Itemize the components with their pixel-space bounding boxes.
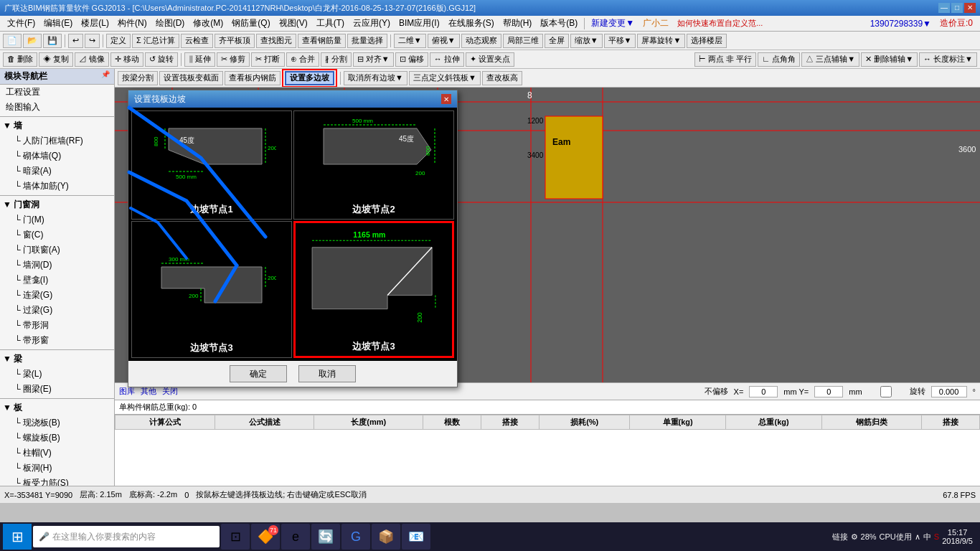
btn-split-beam[interactable]: 按梁分割 [118, 71, 158, 85]
sidebar-item-wall-hole[interactable]: └ 墙洞(D) [0, 258, 114, 273]
node-cell-4[interactable]: 1165 mm 200 边坡节点3 [293, 221, 454, 358]
sidebar-item-niche[interactable]: └ 壁龛(I) [0, 273, 114, 288]
menu-quick[interactable]: 如何快速布置自定义范... [673, 17, 767, 30]
sidebar-item-slab-hole[interactable]: └ 板洞(H) [0, 461, 114, 476]
sidebar-pin[interactable]: 📌 [101, 70, 110, 83]
btn-copy[interactable]: ◈ 复制 [39, 52, 73, 67]
btn-rotate[interactable]: ↺ 旋转 [145, 52, 178, 67]
search-bar[interactable]: 🎤 在这里输入你要搜索的内容 [33, 526, 220, 547]
btn-cloud-check[interactable]: 云检查 [181, 34, 213, 48]
btn-select-floor[interactable]: 选择楼层 [687, 34, 727, 48]
sidebar-item-window[interactable]: └ 窗(C) [0, 227, 114, 242]
start-button[interactable]: ⊞ [3, 524, 32, 550]
sidebar-item-ring-beam[interactable]: └ 圈梁(E) [0, 382, 114, 397]
btn-align-top[interactable]: 齐平板顶 [215, 34, 255, 48]
sidebar-item-door[interactable]: └ 门(M) [0, 212, 114, 227]
btn-save[interactable]: 💾 [43, 34, 62, 48]
btn-move[interactable]: ✛ 移动 [110, 52, 143, 67]
btn-stretch[interactable]: ↔ 拉伸 [430, 52, 464, 67]
menu-cloud[interactable]: 云应用(Y) [349, 16, 395, 31]
sidebar-item-wall-rebar[interactable]: └ 墙体加筋(Y) [0, 179, 114, 194]
menu-draw[interactable]: 绘图(D) [151, 16, 189, 31]
modal-close-btn[interactable]: ✕ [441, 94, 451, 104]
sidebar-item-slab-rebar[interactable]: └ 板受力筋(S) [0, 476, 114, 486]
btn-extend[interactable]: ‖ 延伸 [184, 52, 215, 67]
btn-define[interactable]: 定义 [106, 34, 131, 48]
menu-online[interactable]: 在线服务(S) [444, 16, 499, 31]
close-link[interactable]: 关闭 [162, 386, 178, 397]
sidebar-item-draw-input[interactable]: 绘图输入 [0, 100, 114, 115]
sidebar-item-masonry[interactable]: └ 砌体墙(Q) [0, 149, 114, 164]
menu-file[interactable]: 文件(F) [3, 16, 39, 31]
btn-cancel-slopes[interactable]: 取消所有边坡▼ [344, 71, 407, 85]
node-cell-1[interactable]: 45度 800 500 mm 200 边坡节点1 [131, 110, 292, 220]
btn-set-raft-section[interactable]: 设置筏板变截面 [159, 71, 223, 85]
btn-zoom[interactable]: 缩放▼ [570, 34, 603, 48]
btn-align[interactable]: ⊟ 对齐▼ [353, 52, 394, 67]
btn-change-height[interactable]: 查改板高 [482, 71, 522, 85]
taskbar-item-email[interactable]: 📧 [402, 524, 430, 550]
menu-component[interactable]: 构件(N) [113, 16, 151, 31]
taskbar-item-taskview[interactable]: ⊡ [221, 524, 250, 550]
menu-tools[interactable]: 工具(T) [312, 16, 349, 31]
btn-find[interactable]: 查找图元 [256, 34, 296, 48]
taskbar-item-app1[interactable]: 🔶 71 [251, 524, 280, 550]
btn-fullscreen[interactable]: 全屏 [545, 34, 569, 48]
sidebar-item-strip-window[interactable]: └ 带形窗 [0, 333, 114, 348]
btn-del-axis[interactable]: ✕ 删除辅轴▼ [861, 52, 918, 67]
menu-bim[interactable]: BIM应用(I) [395, 16, 444, 31]
btn-break[interactable]: ✂ 打断 [251, 52, 284, 67]
sidebar-item-column-cap[interactable]: └ 柱帽(V) [0, 446, 114, 461]
btn-three-point[interactable]: △ 三点辅轴▼ [801, 52, 859, 67]
btn-dim[interactable]: ↔ 长度标注▼ [919, 52, 977, 67]
sidebar-item-beam[interactable]: └ 梁(L) [0, 367, 114, 382]
btn-view-rebar[interactable]: 查看钢筋量 [298, 34, 346, 48]
btn-set-grip[interactable]: ✦ 设置夹点 [466, 52, 514, 67]
btn-set-multi-slope[interactable]: 设置多边坡 [285, 71, 334, 85]
btn-calc[interactable]: Σ 汇总计算 [132, 34, 179, 48]
btn-local-3d[interactable]: 局部三维 [503, 34, 543, 48]
btn-trim[interactable]: ✂ 修剪 [217, 52, 250, 67]
minimize-btn[interactable]: — [938, 3, 950, 13]
btn-pan[interactable]: 平移▼ [604, 34, 636, 48]
node-cell-2[interactable]: 45度 500 mm 800 200 边坡节点2 [293, 110, 454, 220]
x-input[interactable] [749, 386, 778, 397]
taskbar-item-app2[interactable]: 🔄 [311, 524, 340, 550]
btn-view-top[interactable]: 俯视▼ [428, 34, 460, 48]
btn-view-inner-rebar[interactable]: 查看板内钢筋 [225, 71, 281, 85]
btn-redo[interactable]: ↪ [85, 34, 100, 48]
menu-help[interactable]: 帮助(H) [499, 16, 537, 31]
menu-new-change[interactable]: 新建变更▼ [587, 16, 639, 31]
sidebar-item-connecting-beam[interactable]: └ 连梁(G) [0, 288, 114, 303]
modal-cancel-btn[interactable]: 取消 [298, 365, 356, 382]
maximize-btn[interactable]: □ [951, 3, 963, 13]
btn-point-angle[interactable]: ∟ 点角角 [758, 52, 800, 67]
sidebar-item-airdefense[interactable]: └ 人防门框墙(RF) [0, 133, 114, 149]
rotate-checkbox[interactable] [868, 386, 904, 397]
btn-split[interactable]: ∦ 分割 [321, 52, 352, 67]
menu-phone[interactable]: 13907298339▼ [866, 17, 936, 30]
y-input[interactable] [814, 386, 843, 397]
btn-undo[interactable]: ↩ [68, 34, 83, 48]
btn-new[interactable]: 📄 [3, 34, 22, 48]
rotate-input[interactable] [931, 386, 967, 397]
menu-price[interactable]: 造价豆:0 [936, 16, 977, 31]
menu-rebar[interactable]: 钢筋量(Q) [227, 16, 274, 31]
btn-screen-rotate[interactable]: 屏幕旋转▼ [637, 34, 685, 48]
btn-offset[interactable]: ⊡ 偏移 [395, 52, 428, 67]
taskbar-item-edge[interactable]: e [281, 524, 310, 550]
sidebar-item-strip-hole[interactable]: └ 带形洞 [0, 318, 114, 333]
btn-merge[interactable]: ⊕ 合并 [286, 52, 319, 67]
menu-edit[interactable]: 编辑(E) [39, 16, 77, 31]
btn-mirror[interactable]: ⊿ 镜像 [75, 52, 109, 67]
close-btn[interactable]: ✕ [964, 3, 976, 13]
sidebar-item-lintel[interactable]: └ 过梁(G) [0, 303, 114, 318]
menu-version[interactable]: 版本号(B) [536, 16, 582, 31]
btn-orbit[interactable]: 动态观察 [461, 34, 501, 48]
taskbar-item-chrome[interactable]: G [341, 524, 370, 550]
modal-ok-btn[interactable]: 确定 [230, 365, 287, 382]
node-cell-3[interactable]: 300 mm 200 200 边坡节点3 [131, 221, 292, 358]
sidebar-item-cast-slab[interactable]: └ 现浇板(B) [0, 415, 114, 430]
other-link[interactable]: 其他 [141, 386, 156, 397]
btn-three-point-raft[interactable]: 三点定义斜筏板▼ [409, 71, 481, 85]
